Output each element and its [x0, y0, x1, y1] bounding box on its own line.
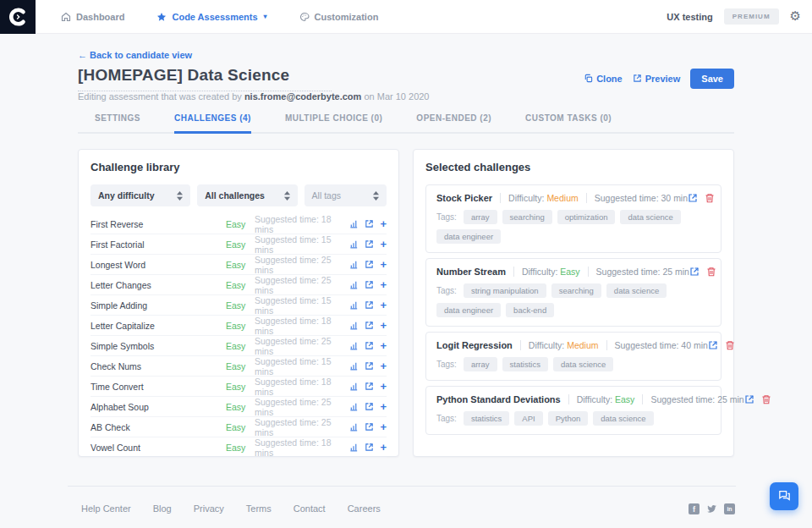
- selected-challenge-card: Python Standard Deviations Difficulty: E…: [425, 386, 721, 435]
- selected-challenge-card: Logit Regression Difficulty: Medium Sugg…: [425, 332, 721, 381]
- twitter-icon[interactable]: [706, 503, 717, 514]
- add-challenge-icon[interactable]: +: [380, 340, 387, 351]
- external-link-icon[interactable]: [365, 402, 374, 411]
- external-link-icon[interactable]: [365, 422, 374, 432]
- nav-customization[interactable]: Customization: [299, 12, 379, 22]
- challenge-row: Check Nums Easy Suggested time: 15 mins …: [91, 356, 387, 377]
- stats-bar-chart-icon[interactable]: [349, 239, 359, 249]
- challenge-suggested-time: Suggested time: 18 mins: [253, 316, 349, 336]
- stats-bar-chart-icon[interactable]: [349, 361, 359, 371]
- card-difficulty: Difficulty: Easy: [522, 267, 580, 277]
- trash-icon[interactable]: [706, 267, 716, 277]
- nav-code-assessments[interactable]: Code Assessments ▾: [156, 12, 266, 22]
- external-link-icon[interactable]: [365, 219, 374, 228]
- tags-filter-select[interactable]: All tags: [304, 184, 387, 206]
- tab-multiple-choice[interactable]: MULTIPLE CHOICE (0): [285, 113, 382, 132]
- facebook-icon[interactable]: f: [689, 503, 700, 514]
- external-link-icon[interactable]: [365, 300, 374, 310]
- gear-icon[interactable]: ⚙: [790, 10, 801, 23]
- challenge-row: Time Convert Easy Suggested time: 18 min…: [91, 377, 387, 397]
- footer-link[interactable]: Blog: [153, 503, 172, 514]
- save-button[interactable]: Save: [690, 69, 734, 89]
- challenge-row-actions: +: [349, 442, 387, 453]
- add-challenge-icon[interactable]: +: [380, 300, 387, 311]
- add-challenge-icon[interactable]: +: [380, 421, 387, 432]
- back-to-candidate-view-link[interactable]: ← Back to candidate view: [78, 50, 192, 60]
- trash-icon[interactable]: [705, 193, 715, 203]
- add-challenge-icon[interactable]: +: [380, 381, 387, 392]
- external-link-icon[interactable]: [689, 267, 700, 277]
- challenge-name: First Reverse: [91, 219, 226, 229]
- external-link-icon[interactable]: [365, 280, 374, 289]
- preview-button[interactable]: Preview: [633, 74, 681, 85]
- stats-bar-chart-icon[interactable]: [349, 280, 359, 289]
- add-challenge-icon[interactable]: +: [380, 239, 387, 250]
- stats-bar-chart-icon[interactable]: [349, 422, 359, 432]
- tab-open-ended[interactable]: OPEN-ENDED (2): [416, 113, 491, 132]
- divider: [513, 267, 514, 277]
- trash-icon[interactable]: [761, 394, 771, 404]
- footer-link[interactable]: Terms: [246, 503, 272, 514]
- stats-bar-chart-icon[interactable]: [349, 300, 359, 310]
- tab-custom-tasks[interactable]: CUSTOM TASKS (0): [525, 113, 612, 132]
- external-link-icon[interactable]: [365, 443, 374, 452]
- challenge-row: Simple Adding Easy Suggested time: 15 mi…: [91, 295, 387, 316]
- footer-link[interactable]: Help Center: [81, 503, 131, 514]
- coderbyte-logo-icon: [8, 7, 28, 27]
- linkedin-icon[interactable]: in: [724, 503, 735, 514]
- external-link-icon[interactable]: [708, 340, 718, 350]
- stats-bar-chart-icon[interactable]: [349, 260, 359, 269]
- card-actions: [744, 394, 771, 404]
- chat-widget-button[interactable]: [770, 482, 798, 510]
- add-challenge-icon[interactable]: +: [380, 360, 387, 371]
- challenge-row-actions: +: [349, 340, 387, 351]
- chat-icon: [777, 488, 792, 505]
- footer-link[interactable]: Careers: [348, 503, 381, 514]
- challenge-name: Letter Changes: [91, 280, 226, 290]
- challenge-difficulty: Easy: [226, 219, 253, 229]
- external-link-icon[interactable]: [365, 341, 374, 350]
- tag-pill: data science: [593, 411, 653, 426]
- coderbyte-logo[interactable]: [0, 0, 36, 34]
- top-navbar: Dashboard Code Assessments ▾ Customizati…: [0, 0, 812, 34]
- tag-pill: searching: [551, 283, 601, 298]
- external-link-icon[interactable]: [365, 321, 374, 330]
- preview-button-label: Preview: [645, 74, 681, 84]
- external-link-icon[interactable]: [744, 394, 754, 404]
- card-challenge-name: Logit Regression: [436, 340, 513, 350]
- external-link-icon[interactable]: [365, 361, 374, 371]
- external-link-icon[interactable]: [365, 382, 374, 391]
- navbar-right: UX testing PREMIUM ⚙: [667, 8, 812, 25]
- stats-bar-chart-icon[interactable]: [349, 341, 359, 350]
- workspace-name[interactable]: UX testing: [667, 12, 712, 22]
- challenge-name: Longest Word: [91, 260, 226, 270]
- external-link-icon[interactable]: [365, 239, 374, 249]
- stats-bar-chart-icon[interactable]: [349, 443, 359, 452]
- nav-dashboard[interactable]: Dashboard: [61, 12, 124, 22]
- tab-settings[interactable]: SETTINGS: [95, 113, 140, 132]
- add-challenge-icon[interactable]: +: [380, 320, 387, 331]
- external-link-icon[interactable]: [688, 193, 698, 203]
- external-link-icon[interactable]: [365, 260, 374, 269]
- stats-bar-chart-icon[interactable]: [349, 402, 359, 411]
- footer-link[interactable]: Privacy: [194, 503, 224, 514]
- stats-bar-chart-icon[interactable]: [349, 321, 359, 330]
- challenge-row-actions: +: [349, 239, 387, 250]
- challenges-filter-select[interactable]: All challenges: [197, 184, 297, 206]
- page-title[interactable]: [HOMEPAGE] Data Science: [78, 66, 332, 85]
- footer-link[interactable]: Contact: [294, 503, 326, 514]
- tab-challenges[interactable]: CHALLENGES (4): [174, 113, 251, 134]
- add-challenge-icon[interactable]: +: [380, 442, 387, 453]
- stats-bar-chart-icon[interactable]: [349, 382, 359, 391]
- add-challenge-icon[interactable]: +: [380, 401, 387, 412]
- difficulty-filter-select[interactable]: Any difficulty: [91, 184, 190, 206]
- add-challenge-icon[interactable]: +: [380, 259, 387, 270]
- add-challenge-icon[interactable]: +: [380, 218, 387, 229]
- clone-button[interactable]: Clone: [584, 74, 623, 85]
- header-actions: Clone Preview Save: [616, 69, 734, 89]
- add-challenge-icon[interactable]: +: [380, 279, 387, 290]
- tags-filter-value: All tags: [312, 190, 341, 201]
- stats-bar-chart-icon[interactable]: [349, 219, 359, 228]
- challenge-name: Alphabet Soup: [91, 402, 226, 412]
- trash-icon[interactable]: [725, 340, 735, 350]
